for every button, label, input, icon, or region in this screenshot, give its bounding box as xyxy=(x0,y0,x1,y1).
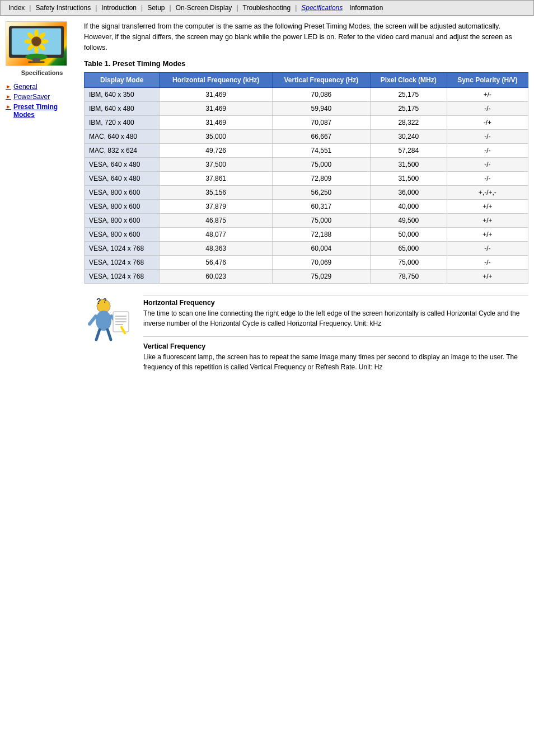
sidebar-nav: ► General ► PowerSaver ► Preset Timing M… xyxy=(6,82,78,120)
cell-vfreq: 74,551 xyxy=(272,144,370,158)
cell-vfreq: 60,317 xyxy=(272,200,370,214)
cell-hfreq: 56,476 xyxy=(160,256,272,270)
cell-hfreq: 31,469 xyxy=(160,116,272,130)
v-freq-title: Vertical Frequency xyxy=(143,342,528,350)
cell-display: VESA, 1024 x 768 xyxy=(85,256,160,270)
cell-vfreq: 70,087 xyxy=(272,116,370,130)
help-icon: ? ? xyxy=(84,295,134,345)
cell-display: VESA, 800 x 600 xyxy=(85,200,160,214)
cell-pixel: 40,000 xyxy=(370,200,447,214)
svg-text:?: ? xyxy=(103,297,107,304)
table-row: MAC, 832 x 624 49,726 74,551 57,284 -/- xyxy=(85,144,528,158)
cell-vfreq: 75,000 xyxy=(272,158,370,172)
cell-hfreq: 31,469 xyxy=(160,88,272,102)
h-freq-title: Horizontal Frequency xyxy=(143,299,528,307)
svg-line-22 xyxy=(107,330,111,340)
table-row: VESA, 800 x 600 37,879 60,317 40,000 +/+ xyxy=(85,200,528,214)
cell-sync: -/- xyxy=(447,172,528,186)
cell-hfreq: 37,879 xyxy=(160,200,272,214)
nav-sep-5: | xyxy=(235,4,239,12)
nav-troubleshooting[interactable]: Troubleshooting xyxy=(240,3,294,13)
nav-setup[interactable]: Setup xyxy=(144,3,168,13)
cell-vfreq: 70,069 xyxy=(272,256,370,270)
cell-display: VESA, 640 x 480 xyxy=(85,172,160,186)
cell-pixel: 25,175 xyxy=(370,88,447,102)
nav-index[interactable]: Index xyxy=(5,3,28,13)
cell-pixel: 50,000 xyxy=(370,228,447,242)
cell-pixel: 28,322 xyxy=(370,116,447,130)
svg-point-11 xyxy=(32,37,40,45)
cell-pixel: 31,500 xyxy=(370,172,447,186)
cell-sync: -/- xyxy=(447,256,528,270)
table-row: IBM, 720 x 400 31,469 70,087 28,322 -/+ xyxy=(85,116,528,130)
cell-hfreq: 48,363 xyxy=(160,242,272,256)
cell-sync: -/- xyxy=(447,130,528,144)
cell-hfreq: 35,156 xyxy=(160,186,272,200)
cell-pixel: 25,175 xyxy=(370,102,447,116)
cell-vfreq: 70,086 xyxy=(272,88,370,102)
cell-pixel: 78,750 xyxy=(370,270,447,284)
svg-rect-13 xyxy=(32,58,40,62)
nav-introduction[interactable]: Introduction xyxy=(98,3,140,13)
cell-vfreq: 75,000 xyxy=(272,214,370,228)
arrow-icon-general: ► xyxy=(6,83,11,90)
nav-sep-4: | xyxy=(168,4,172,12)
table-row: IBM, 640 x 350 31,469 70,086 25,175 +/- xyxy=(85,88,528,102)
v-freq-section: Vertical Frequency Like a fluorescent la… xyxy=(143,342,528,372)
cell-hfreq: 48,077 xyxy=(160,228,272,242)
nav-osd[interactable]: On-Screen Display xyxy=(172,3,236,13)
cell-display: VESA, 1024 x 768 xyxy=(85,242,160,256)
cell-display: VESA, 1024 x 768 xyxy=(85,270,160,284)
cell-vfreq: 72,809 xyxy=(272,172,370,186)
cell-hfreq: 37,861 xyxy=(160,172,272,186)
cell-display: VESA, 800 x 600 xyxy=(85,214,160,228)
cell-sync: +/+ xyxy=(447,228,528,242)
table-row: VESA, 800 x 600 48,077 72,188 50,000 +/+ xyxy=(85,228,528,242)
svg-line-19 xyxy=(90,316,96,324)
v-freq-text: Like a fluorescent lamp, the screen has … xyxy=(143,352,528,372)
table-row: VESA, 1024 x 768 48,363 60,004 65,000 -/… xyxy=(85,242,528,256)
cell-vfreq: 72,188 xyxy=(272,228,370,242)
col-header-display: Display Mode xyxy=(85,73,160,88)
table-row: IBM, 640 x 480 31,469 59,940 25,175 -/- xyxy=(85,102,528,116)
cell-sync: -/- xyxy=(447,102,528,116)
cell-sync: -/+ xyxy=(447,116,528,130)
nav-specifications[interactable]: Specifications xyxy=(298,3,346,13)
footnote-content: Horizontal Frequency The time to scan on… xyxy=(143,295,528,380)
nav-sep-2: | xyxy=(94,4,98,12)
cell-sync: +/- xyxy=(447,88,528,102)
cell-sync: +/+ xyxy=(447,200,528,214)
cell-display: IBM, 720 x 400 xyxy=(85,116,160,130)
content-area: If the signal transferred from the compu… xyxy=(84,21,528,380)
cell-display: IBM, 640 x 480 xyxy=(85,102,160,116)
nav-sep-3: | xyxy=(140,4,144,12)
cell-display: MAC, 640 x 480 xyxy=(85,130,160,144)
navbar: Index | Safety Instructions | Introducti… xyxy=(0,0,534,16)
cell-pixel: 57,284 xyxy=(370,144,447,158)
sidebar-nav-preset[interactable]: ► Preset Timing Modes xyxy=(6,102,78,120)
table-row: VESA, 640 x 480 37,500 75,000 31,500 -/- xyxy=(85,158,528,172)
cell-hfreq: 60,023 xyxy=(160,270,272,284)
sidebar: Specifications ► General ► PowerSaver ► … xyxy=(6,21,78,380)
h-freq-text: The time to scan one line connecting the… xyxy=(143,308,528,328)
cell-display: MAC, 832 x 624 xyxy=(85,144,160,158)
cell-pixel: 49,500 xyxy=(370,214,447,228)
table-row: VESA, 1024 x 768 56,476 70,069 75,000 -/… xyxy=(85,256,528,270)
table-row: VESA, 1024 x 768 60,023 75,029 78,750 +/… xyxy=(85,270,528,284)
svg-text:?: ? xyxy=(96,297,101,306)
cell-vfreq: 60,004 xyxy=(272,242,370,256)
svg-rect-14 xyxy=(28,61,44,63)
cell-hfreq: 37,500 xyxy=(160,158,272,172)
sidebar-nav-general[interactable]: ► General xyxy=(6,82,78,92)
cell-vfreq: 59,940 xyxy=(272,102,370,116)
cell-pixel: 30,240 xyxy=(370,130,447,144)
nav-safety[interactable]: Safety Instructions xyxy=(32,3,94,13)
cell-pixel: 75,000 xyxy=(370,256,447,270)
sidebar-nav-powersaver[interactable]: ► PowerSaver xyxy=(6,92,78,102)
cell-vfreq: 66,667 xyxy=(272,130,370,144)
nav-information[interactable]: Information xyxy=(346,3,386,13)
main-container: Specifications ► General ► PowerSaver ► … xyxy=(0,16,534,386)
cell-sync: -/- xyxy=(447,158,528,172)
table-title: Table 1. Preset Timing Modes xyxy=(84,59,528,68)
col-header-pixel: Pixel Clock (MHz) xyxy=(370,73,447,88)
